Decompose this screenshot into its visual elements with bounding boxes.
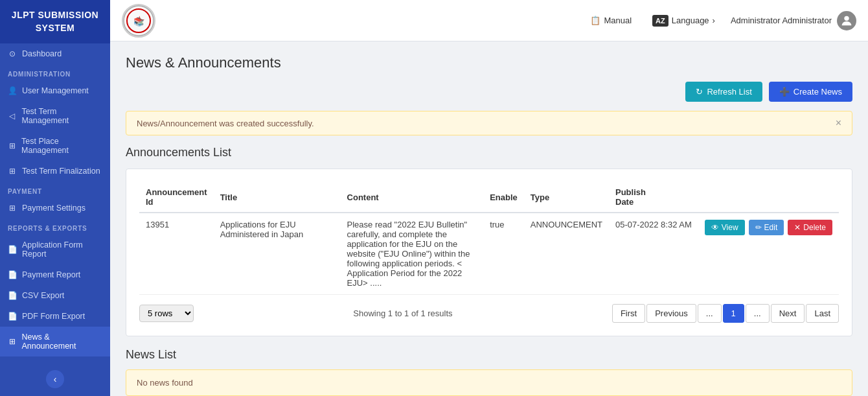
payment-icon: ⊞ — [8, 204, 17, 213]
pagination-buttons: First Previous ... 1 ... Next Last — [612, 304, 839, 323]
news-section-title: News List — [126, 348, 852, 362]
user-icon: 👤 — [8, 86, 17, 95]
col-content: Content — [341, 182, 484, 213]
no-news-message: No news found — [126, 369, 852, 396]
eye-icon: 👁 — [711, 223, 719, 232]
sidebar-section-reports: REPORTS & EXPORTS — [0, 218, 110, 235]
sidebar-item-test-term-finalization[interactable]: ⊞ Test Term Finalization — [0, 161, 110, 181]
sidebar-item-pdf-export[interactable]: 📄 PDF Form Export — [0, 306, 110, 327]
col-title: Title — [214, 182, 341, 213]
sidebar-item-label: Payment Report — [22, 270, 80, 279]
pagination-dots1: ... — [698, 304, 722, 323]
pagination-page1-button[interactable]: 1 — [723, 304, 744, 323]
sidebar-section-administration: ADMINISTRATION — [0, 64, 110, 80]
toolbar: ↻ Refresh List ➕ Create News — [126, 82, 852, 102]
pagination-previous-button[interactable]: Previous — [646, 304, 696, 323]
sidebar-item-label: Test Term Management — [21, 107, 102, 125]
cell-announcement-id: 13951 — [139, 213, 214, 295]
term-icon: ◁ — [8, 111, 16, 121]
announcements-table: AnnouncementId Title Content Enable Type… — [139, 182, 839, 295]
header: 📚 📋 Manual AZ Language › Administrator A… — [110, 0, 868, 41]
cell-publish-date: 05-07-2022 8:32 AM — [609, 213, 698, 295]
alert-close-button[interactable]: × — [836, 118, 841, 128]
page-title: News & Announcements — [126, 54, 852, 71]
col-enable: Enable — [483, 182, 524, 213]
content-area: News & Announcements ↻ Refresh List ➕ Cr… — [110, 41, 868, 396]
sidebar-item-application-form-report[interactable]: 📄 Application Form Report — [0, 235, 110, 264]
sidebar-collapse-button[interactable]: ‹ — [46, 370, 64, 388]
sidebar-item-csv-export[interactable]: 📄 CSV Export — [0, 285, 110, 306]
user-name: Administrator Administrator — [731, 16, 832, 25]
sidebar-item-test-place-management[interactable]: ⊞ Test Place Management — [0, 131, 110, 161]
edit-button[interactable]: ✏ Edit — [749, 220, 784, 235]
manual-button[interactable]: 📋 Manual — [585, 12, 637, 29]
sidebar-item-label: User Management — [22, 86, 89, 95]
success-alert: News/Announcement was created successful… — [126, 111, 852, 135]
sidebar-item-payment-report[interactable]: 📄 Payment Report — [0, 264, 110, 285]
sidebar-item-label: Payment Settings — [22, 204, 86, 213]
col-type: Type — [524, 182, 609, 213]
cell-content: Please read "2022 EJU Bulletin" carefull… — [341, 213, 484, 295]
sidebar-item-label: Application Form Report — [22, 240, 102, 259]
cell-title: Applications for EJU Administered in Jap… — [214, 213, 341, 295]
sidebar-item-dashboard[interactable]: ⊙ Dashboard — [0, 43, 110, 64]
sidebar: JLPT SUBMISSION SYSTEM ⊙ Dashboard ADMIN… — [0, 0, 110, 396]
table-header-row: AnnouncementId Title Content Enable Type… — [139, 182, 839, 213]
finalization-icon: ⊞ — [8, 167, 17, 176]
svg-point-4 — [844, 16, 849, 20]
create-news-button[interactable]: ➕ Create News — [769, 82, 852, 102]
rows-per-page-select[interactable]: 5 rows10 rows25 rows50 rows — [139, 305, 194, 322]
header-logo: 📚 — [122, 4, 155, 38]
pagination-last-button[interactable]: Last — [806, 304, 839, 323]
delete-button[interactable]: ✕ Delete — [788, 220, 832, 235]
user-menu[interactable]: Administrator Administrator — [731, 11, 856, 30]
language-button[interactable]: AZ Language › — [647, 11, 720, 30]
chevron-right-icon: › — [713, 16, 715, 25]
sidebar-item-user-management[interactable]: 👤 User Management — [0, 80, 110, 101]
avatar — [837, 11, 856, 30]
col-announcement-id: AnnouncementId — [139, 182, 214, 213]
announcements-section-title: Announcements List — [126, 146, 852, 159]
cell-type: ANNOUNCEMENT — [524, 213, 609, 295]
cell-actions: 👁 View ✏ Edit ✕ Delete — [698, 213, 839, 295]
sidebar-item-news-announcement[interactable]: ⊞ News & Announcement — [0, 327, 110, 356]
pagination-info: Showing 1 to 1 of 1 results — [194, 309, 612, 318]
edit-icon: ✏ — [755, 223, 762, 232]
sidebar-item-payment-settings[interactable]: ⊞ Payment Settings — [0, 198, 110, 218]
alert-message: News/Announcement was created successful… — [137, 119, 314, 128]
appform-icon: 📄 — [8, 245, 17, 254]
pagination-bar: 5 rows10 rows25 rows50 rows Showing 1 to… — [139, 304, 839, 323]
manual-label: Manual — [604, 16, 632, 25]
pagination-dots2: ... — [746, 304, 770, 323]
sidebar-item-test-term-management[interactable]: ◁ Test Term Management — [0, 101, 110, 131]
times-icon: ✕ — [794, 223, 801, 232]
cell-enable: true — [483, 213, 524, 295]
csv-icon: 📄 — [8, 291, 17, 300]
table-row: 13951 Applications for EJU Administered … — [139, 213, 839, 295]
rows-select: 5 rows10 rows25 rows50 rows — [139, 305, 194, 322]
sidebar-item-label: Test Term Finalization — [22, 167, 100, 176]
pdf-icon: 📄 — [8, 312, 17, 321]
sidebar-section-payment: PAYMENT — [0, 181, 110, 198]
announcements-card: AnnouncementId Title Content Enable Type… — [126, 169, 852, 336]
view-button[interactable]: 👁 View — [705, 220, 745, 235]
refresh-icon: ↻ — [696, 87, 703, 97]
sidebar-item-label: CSV Export — [22, 291, 64, 300]
dashboard-icon: ⊙ — [8, 49, 17, 58]
sidebar-item-label: News & Announcement — [21, 332, 102, 351]
language-label: Language — [672, 16, 709, 25]
manual-icon: 📋 — [590, 16, 600, 25]
main-area: 📚 📋 Manual AZ Language › Administrator A… — [110, 0, 868, 396]
refresh-list-button[interactable]: ↻ Refresh List — [685, 82, 762, 102]
plus-icon: ➕ — [779, 87, 790, 97]
svg-text:📚: 📚 — [133, 16, 144, 27]
payreport-icon: 📄 — [8, 270, 17, 279]
pagination-next-button[interactable]: Next — [771, 304, 805, 323]
col-publish-date: PublishDate — [609, 182, 698, 213]
col-actions — [698, 182, 839, 213]
news-icon: ⊞ — [8, 337, 16, 346]
pagination-first-button[interactable]: First — [612, 304, 645, 323]
sidebar-title: JLPT SUBMISSION SYSTEM — [0, 0, 110, 43]
sidebar-item-label: Test Place Management — [21, 137, 102, 155]
sidebar-item-label: PDF Form Export — [22, 312, 85, 321]
